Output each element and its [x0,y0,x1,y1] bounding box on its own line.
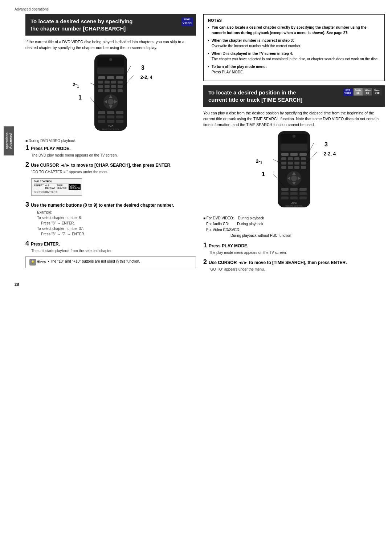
svg-rect-17 [111,89,116,92]
svg-rect-50 [301,157,306,160]
svg-rect-18 [118,89,123,92]
svg-rect-71 [281,197,289,199]
svg-rect-73 [299,197,307,199]
svg-rect-68 [281,192,289,195]
svg-rect-14 [118,85,123,88]
svg-rect-8 [105,81,110,84]
sidebar-label: Advancedoperations [4,126,14,155]
svg-rect-10 [118,81,123,84]
svg-rect-11 [98,85,103,88]
svg-rect-44 [281,153,289,156]
section1-title2: the chapter number [CHAP.SEARCH] [30,25,126,32]
s2-step2-sub: "GO TO" appears under the menu. [209,267,385,272]
svg-rect-12 [105,85,110,88]
svg-rect-53 [294,162,299,165]
r-callout-2-2-4: 2-2, 4 [324,151,336,157]
svg-rect-4 [98,76,105,79]
step-1: 1 Press PLAY MODE. The DVD play mode men… [25,144,196,158]
svg-rect-9 [111,81,116,84]
svg-rect-30 [116,116,123,118]
svg-point-42 [293,135,295,138]
svg-rect-3 [97,68,124,74]
step3-action: Use the numeric buttons (0 to 9) to ente… [31,203,174,208]
badge-dvd: DVDVIDEO [343,88,353,96]
section2-title1: To locate a desired position in the [208,89,296,96]
svg-rect-45 [290,153,298,156]
breadcrumb: Advanced operations [15,7,377,11]
svg-text:REMOTE CONTROL: REMOTE CONTROL [285,205,302,207]
svg-rect-49 [294,157,299,160]
callout-2-1: 2-1 [73,82,79,88]
step4-sub: The unit starts playback from the select… [31,248,196,254]
callout-2-2-4: 2-2, 4 [140,74,152,80]
svg-rect-67 [299,188,307,191]
notes-title: NOTES [208,18,380,23]
svg-rect-55 [281,166,286,169]
callout-1: 1 [78,94,82,101]
badge-audio: AudioCD [354,88,363,96]
svg-rect-29 [107,116,114,118]
svg-rect-66 [290,188,298,191]
step2-sub: "GO TO CHAPTER = " appears under the men… [31,170,196,175]
section1-body: If the current title of a DVD VIDEO disc… [25,39,196,51]
section2-during-caption: ■ For DVD VIDEO: During playback For Aud… [203,215,385,239]
r-callout-1: 1 [262,171,265,178]
step-2: 2 Use CURSOR ◄/► to move to [CHAP. SEARC… [25,161,196,198]
s2-step1-action: Press PLAY MODE. [209,243,248,248]
s2-step1-sub: The play mode menu appears on the TV scr… [209,250,385,255]
note-3: When ⊙ is displayed in the TV screen in … [208,51,380,62]
svg-rect-58 [301,166,306,169]
section2-step-1: 1 Press PLAY MODE. The play mode menu ap… [203,242,385,255]
svg-rect-6 [116,76,123,79]
svg-rect-56 [288,166,293,169]
section1-header: To locate a desired scene by specifying … [25,14,196,36]
section2-step-2: 2 Use CURSOR ◄/► to move to [TIME SEARCH… [203,258,385,272]
note-4: To turn off the play mode menu: Press PL… [208,64,380,75]
svg-rect-48 [288,157,293,160]
section1-title: To locate a desired scene by specifying [30,18,133,24]
note-1: You can also locate a desired chapter di… [208,25,380,36]
svg-rect-15 [98,89,103,92]
svg-rect-33 [116,120,123,123]
svg-rect-51 [281,162,286,165]
svg-rect-72 [290,197,298,199]
svg-rect-46 [299,153,307,156]
svg-rect-70 [299,192,307,195]
step3-example: Example: [37,210,196,215]
svg-text:JVC: JVC [291,201,297,204]
svg-rect-32 [107,120,114,123]
svg-text:JVC: JVC [108,125,114,128]
section2-title2: current title or track [TIME SEARCH] [208,97,302,103]
dvd-badge: DVDVIDEO [181,17,193,26]
svg-rect-26 [107,111,114,114]
page-number: 28 [15,282,377,287]
svg-rect-57 [294,166,299,169]
section2-body: You can play a disc from the desired pos… [203,110,385,127]
step-4: 4 Press ENTER. The unit starts playback … [25,240,196,254]
svg-rect-31 [98,120,105,123]
callout-3: 3 [141,65,144,71]
hints-icon: 💡 [29,259,36,266]
step2-action: Use CURSOR ◄/► to move to [CHAP. SEARCH]… [31,163,172,168]
badge-videocd: VideoCD [363,88,372,96]
remote-illustration-2: JVC REMOTE CONTROL [270,131,318,211]
svg-rect-65 [281,188,289,191]
svg-rect-47 [281,157,286,160]
note-2: When the chapter number is incorrect in … [208,38,380,49]
remote-illustration: JVC REMOTE CONTROL [87,54,134,134]
hints-box: 💡 Hints • The "10" and "+10" buttons are… [25,256,196,268]
svg-rect-43 [281,144,307,151]
during-caption: ■ During DVD VIDEO playback [25,139,196,143]
svg-rect-5 [107,76,114,79]
step4-action: Press ENTER. [31,242,60,247]
svg-rect-13 [111,85,116,88]
section2-header: To locate a desired position in the curr… [203,85,385,107]
hints-content: • The "10" and "+10" buttons are not use… [48,259,140,264]
svg-rect-27 [116,111,123,114]
svg-point-60 [291,175,297,181]
svg-point-2 [109,58,112,61]
r-callout-3: 3 [324,141,328,148]
step1-action: Press PLAY MODE. [31,146,70,151]
hints-label-text: Hints [37,260,46,264]
svg-rect-25 [98,111,105,114]
